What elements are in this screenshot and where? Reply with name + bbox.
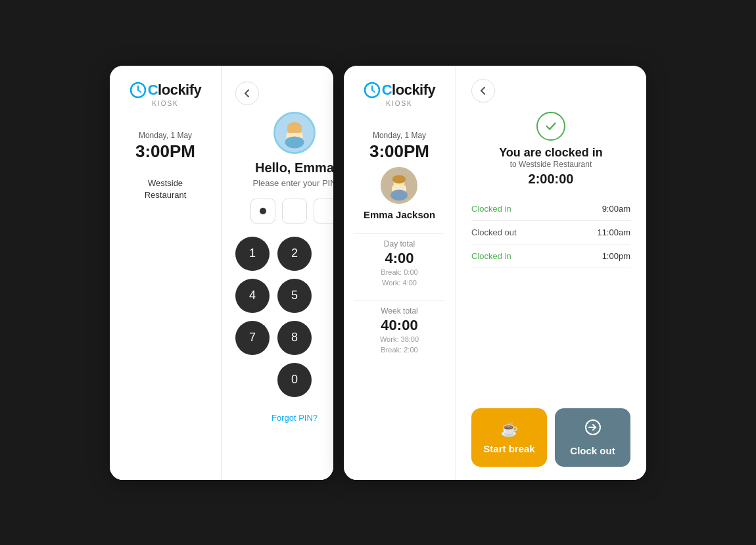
day-total-value: 4:00 [354, 250, 444, 267]
back-button-right[interactable] [471, 79, 495, 103]
day-work: Work: 4:00 [354, 277, 444, 289]
action-buttons: ☕ Start break Clock out [471, 398, 630, 467]
divider-2 [354, 300, 444, 301]
divider-1 [354, 233, 444, 234]
day-total-section: Day total 4:00 Break: 0:00 Work: 4:00 [354, 239, 444, 289]
week-break: Break: 2:00 [354, 344, 444, 356]
employee-info: Emma Jackson [364, 167, 435, 220]
logo-c-right: C [382, 82, 392, 99]
num-btn-5[interactable]: 5 [277, 279, 312, 313]
break-label: Start break [483, 443, 534, 454]
pin-dot-1 [250, 199, 275, 224]
clocked-in-sub: to Westside Restaurant [510, 160, 592, 169]
screen-wrapper: Clockify KIOSK Monday, 1 May 3:00PM West… [97, 53, 659, 493]
logo-left: Clockify KIOSK [130, 82, 202, 107]
pin-dot-filled-1 [260, 208, 266, 214]
logo-rest-right: lockify [392, 82, 435, 99]
date-right: Monday, 1 May [373, 131, 426, 140]
start-break-button[interactable]: ☕ Start break [471, 408, 547, 467]
logo-kiosk-right: KIOSK [386, 100, 413, 107]
num-btn-1[interactable]: 1 [235, 237, 270, 271]
numpad: 1 2 4 5 7 8 0 [235, 237, 333, 397]
time-entry-2: Clocked out 11:00am [471, 221, 630, 245]
logo-c-left: C [148, 82, 158, 99]
week-work: Work: 38:00 [354, 334, 444, 345]
day-break: Break: 0:00 [354, 267, 444, 278]
elapsed-time: 2:00:00 [529, 172, 574, 187]
clockify-logo-icon [130, 82, 147, 99]
time-entry-3: Clocked in 1:00pm [471, 245, 630, 268]
num-btn-2[interactable]: 2 [277, 237, 312, 271]
num-btn-left-empty [235, 363, 270, 397]
clock-out-button[interactable]: Clock out [555, 408, 630, 467]
week-total-label: Week total [354, 306, 444, 316]
svg-point-11 [392, 175, 406, 183]
logo-right: Clockify KIOSK [364, 82, 436, 107]
entry-1-value: 9:00am [602, 204, 630, 214]
time-left: 3:00PM [135, 141, 195, 162]
logo-rest-left: lockify [158, 82, 201, 99]
num-btn-6-empty [319, 279, 333, 313]
avatar-face-left [275, 114, 314, 152]
left-panel-pin: Hello, Emma Please enter your PIN 1 2 4 … [222, 66, 333, 480]
entry-3-label: Clocked in [471, 251, 511, 261]
clocked-in-status: You are clocked in to Westside Restauran… [471, 112, 630, 187]
date-left: Monday, 1 May [139, 131, 192, 140]
week-total-value: 40:00 [354, 317, 444, 334]
pin-prompt: Please enter your PIN [252, 178, 333, 188]
clocked-in-title: You are clocked in [499, 146, 603, 160]
num-btn-3-empty [319, 237, 333, 271]
clockify-logo-icon-right [364, 82, 381, 99]
num-btn-9-empty [319, 321, 333, 355]
right-panel-sidebar: Clockify KIOSK Monday, 1 May 3:00PM Emma… [344, 66, 456, 480]
back-button-left[interactable] [235, 82, 259, 105]
entry-3-value: 1:00pm [602, 251, 630, 261]
svg-rect-5 [287, 124, 302, 133]
num-btn-right-empty [319, 363, 333, 397]
num-btn-7[interactable]: 7 [235, 321, 270, 355]
right-panel-status: You are clocked in to Westside Restauran… [456, 66, 646, 480]
num-btn-0[interactable]: 0 [277, 363, 312, 397]
entry-1-label: Clocked in [471, 204, 511, 214]
time-entry-1: Clocked in 9:00am [471, 197, 630, 221]
location-left: WestsideRestaurant [145, 178, 187, 201]
svg-point-12 [390, 189, 408, 201]
day-total-label: Day total [354, 239, 444, 249]
logo-text-right: Clockify [364, 82, 436, 99]
clockout-icon [584, 419, 602, 440]
break-icon: ☕ [500, 421, 518, 438]
left-panel-sidebar: Clockify KIOSK Monday, 1 May 3:00PM West… [110, 66, 222, 480]
clockout-label: Clock out [570, 445, 615, 456]
svg-point-6 [285, 136, 304, 148]
check-icon [536, 112, 565, 141]
entry-2-value: 11:00am [597, 227, 630, 237]
forgot-pin-link[interactable]: Forgot PIN? [272, 413, 318, 423]
entry-2-label: Clocked out [471, 227, 517, 237]
left-tablet: Clockify KIOSK Monday, 1 May 3:00PM West… [110, 66, 333, 480]
pin-dot-2 [282, 199, 307, 224]
num-btn-4[interactable]: 4 [235, 279, 270, 313]
employee-name: Emma Jackson [364, 209, 435, 220]
hello-heading: Hello, Emma [255, 160, 333, 176]
pin-dot-3 [314, 199, 333, 224]
logo-text-left: Clockify [130, 82, 202, 99]
time-right: 3:00PM [369, 141, 429, 162]
week-total-section: Week total 40:00 Work: 38:00 Break: 2:00 [354, 306, 444, 356]
avatar-right [381, 167, 417, 204]
time-entries: Clocked in 9:00am Clocked out 11:00am Cl… [471, 197, 630, 268]
right-tablet: Clockify KIOSK Monday, 1 May 3:00PM Emma… [344, 66, 646, 480]
pin-dots [250, 199, 333, 224]
num-btn-8[interactable]: 8 [277, 321, 312, 355]
avatar-left [273, 112, 316, 154]
logo-kiosk-left: KIOSK [152, 100, 179, 107]
avatar-face-right [382, 168, 416, 202]
